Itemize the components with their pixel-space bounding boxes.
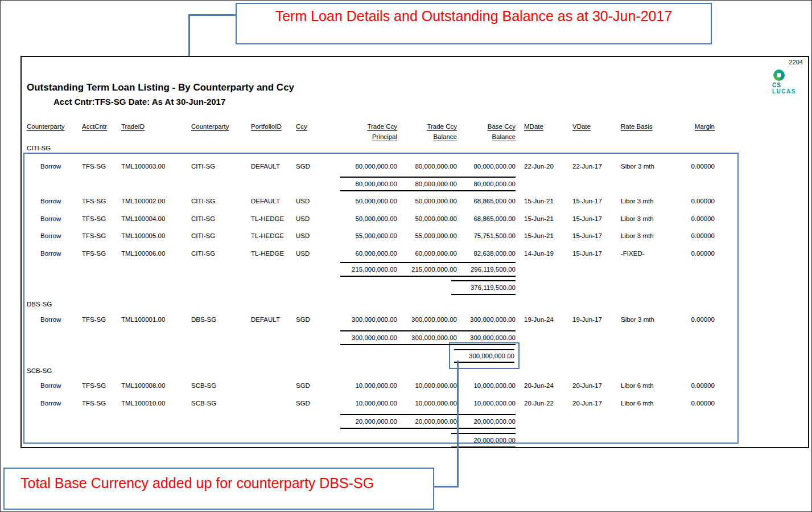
cell-margin: 0.00000 (682, 162, 715, 170)
cell-balance: 55,000,000.00 (397, 232, 457, 240)
col-header-portfolioid: PortfolioID (251, 122, 296, 141)
cell-portfolio: DEFAULT (251, 316, 296, 323)
top-connector-horizontal (188, 14, 236, 16)
cell-counterparty: CITI-SG (191, 197, 251, 205)
cell-mdate: 22-Jun-20 (516, 162, 571, 170)
table-row: BorrowTFS-SGTML100003.00CITI-SGDEFAULTSG… (27, 162, 715, 170)
cell-rate: Libor 3 mth (621, 215, 682, 223)
cell-mdate: 20-Jun-24 (516, 382, 571, 390)
cell-vdate: 15-Jun-17 (571, 232, 621, 240)
cell-principal: 10,000,000.00 (320, 382, 397, 390)
logo-circle-icon (773, 69, 785, 81)
cell-principal: 55,000,000.00 (320, 232, 397, 240)
cell-side: Borrow (27, 215, 82, 223)
table-row: BorrowTFS-SGTML100006.00CITI-SGTL-HEDGEU… (27, 249, 715, 257)
cell-rate: Libor 3 mth (621, 232, 682, 240)
cell-ccy: SGD (296, 316, 320, 323)
dbs-total-highlight-box: 300,000,000.00 (449, 342, 520, 369)
table-row: BorrowTFS-SGTML100002.00CITI-SGDEFAULTUS… (27, 197, 715, 205)
counterparty-total: 20,000,000.00 (451, 433, 516, 448)
cell-portfolio: TL-HEDGE (251, 215, 296, 223)
col-header-vdate: VDate (571, 122, 621, 141)
cell-side: Borrow (27, 316, 82, 323)
cell-trade_id: TML100001.00 (121, 316, 191, 323)
cell-base: 68,865,000.00 (457, 215, 516, 223)
cs-lucas-logo: CS LUCAS (772, 69, 812, 95)
subtotal-value: 215,000,000.00 (340, 265, 397, 273)
cell-rate: -FIXED- (621, 249, 682, 257)
col-header-counterparty2: Counterparty (191, 122, 251, 141)
logo-text-lucas: LUCAS (772, 88, 812, 95)
cell-rate: Libor 6 mth (621, 399, 682, 407)
col-header-margin: Margin (682, 122, 715, 141)
subtotal-row: 300,000,000.00300,000,000.00300,000,000.… (340, 330, 516, 345)
cell-ccy: USD (296, 197, 320, 205)
cell-vdate: 15-Jun-17 (571, 215, 621, 223)
cell-balance: 10,000,000.00 (397, 399, 457, 407)
cell-portfolio: TL-HEDGE (251, 249, 296, 257)
cell-mdate: 15-Jun-21 (516, 232, 571, 240)
cell-trade_id: TML100010.00 (121, 399, 191, 407)
subtotal-value: 296,119,500.00 (457, 265, 516, 273)
subtotal-row: 215,000,000.00215,000,000.00296,119,500.… (340, 262, 516, 277)
table-row: BorrowTFS-SGTML100008.00SCB-SGSGD10,000,… (27, 382, 715, 390)
col-header-mdate: MDate (516, 122, 571, 141)
cell-ccy: SGD (296, 382, 320, 390)
cell-mdate: 19-Jun-24 (516, 316, 571, 323)
loan-table: Counterparty AcctCntr TradeID Counterpar… (27, 120, 715, 447)
logo-text-cs: CS (772, 82, 812, 88)
col-header-rate-basis: Rate Basis (621, 122, 682, 141)
cell-rate: Sibor 3 mth (621, 316, 682, 323)
cell-trade_id: TML100003.00 (121, 162, 191, 170)
table-row: BorrowTFS-SGTML100004.00CITI-SGTL-HEDGEU… (27, 215, 715, 223)
cell-ccy: USD (296, 249, 320, 257)
col-header-trade-ccy-balance: Trade CcyBalance (397, 122, 457, 141)
bottom-connector-vertical (457, 361, 459, 488)
cell-side: Borrow (27, 249, 82, 257)
table-row: BorrowTFS-SGTML100005.00CITI-SGTL-HEDGEU… (27, 232, 715, 240)
subtotal-value: 80,000,000.00 (340, 180, 397, 188)
cell-side: Borrow (27, 399, 82, 407)
cell-margin: 0.00000 (682, 249, 715, 257)
cell-acct: TFS-SG (82, 382, 121, 390)
cell-acct: TFS-SG (82, 316, 121, 323)
cell-rate: Libor 3 mth (621, 197, 682, 205)
cell-base: 10,000,000.00 (457, 382, 516, 390)
cell-base: 82,638,000.00 (457, 249, 516, 257)
cell-acct: TFS-SG (82, 399, 121, 407)
cell-balance: 50,000,000.00 (397, 197, 457, 205)
cell-counterparty: SCB-SG (191, 399, 251, 407)
cell-mdate: 20-Jun-22 (516, 399, 571, 407)
cell-balance: 10,000,000.00 (397, 382, 457, 390)
cell-mdate: 15-Jun-21 (516, 215, 571, 223)
bottom-connector-horizontal (434, 486, 459, 488)
subtotal-value: 20,000,000.00 (340, 417, 397, 425)
cell-acct: TFS-SG (82, 215, 121, 223)
cell-ccy: USD (296, 215, 320, 223)
cell-counterparty: CITI-SG (191, 162, 251, 170)
col-header-trade-ccy-principal: Trade CcyPrincipal (320, 122, 397, 141)
subtotal-value: 215,000,000.00 (397, 265, 457, 273)
cell-trade_id: TML100005.00 (121, 232, 191, 240)
cell-principal: 60,000,000.00 (320, 249, 397, 257)
cell-vdate: 20-Jun-17 (571, 382, 621, 390)
cell-rate: Sibor 3 mth (621, 162, 682, 170)
cell-margin: 0.00000 (682, 399, 715, 407)
group-label: SCB-SG (27, 367, 715, 375)
cell-portfolio: DEFAULT (251, 197, 296, 205)
cell-margin: 0.00000 (682, 197, 715, 205)
screenshot-page: Term Loan Details and Outstanding Balanc… (0, 0, 812, 512)
cell-counterparty: CITI-SG (191, 232, 251, 240)
cell-balance: 50,000,000.00 (397, 215, 457, 223)
top-annotation-callout: Term Loan Details and Outstanding Balanc… (236, 3, 712, 44)
cell-balance: 80,000,000.00 (397, 162, 457, 170)
cell-base: 75,751,500.00 (457, 232, 516, 240)
dbs-base-ccy-total: 300,000,000.00 (454, 349, 514, 363)
cell-vdate: 19-Jun-17 (571, 316, 621, 323)
cell-acct: TFS-SG (82, 162, 121, 170)
cell-principal: 300,000,000.00 (320, 316, 397, 323)
cell-principal: 50,000,000.00 (320, 215, 397, 223)
cell-trade_id: TML100008.00 (121, 382, 191, 390)
col-header-acctcntr: AcctCntr (82, 122, 121, 141)
cell-mdate: 15-Jun-21 (516, 197, 571, 205)
